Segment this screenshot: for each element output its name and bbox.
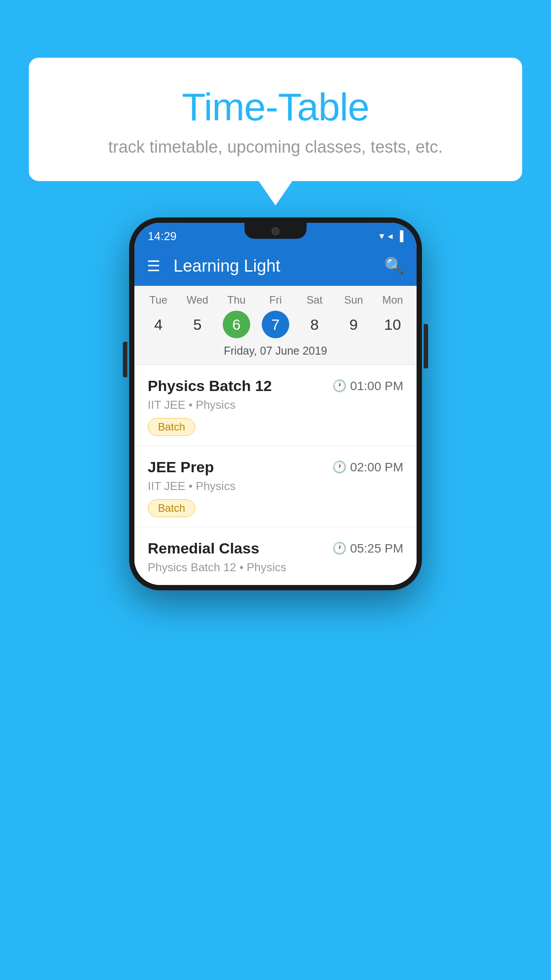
signal-icon: ◂ [388, 230, 393, 242]
app-bar: ☰ Learning Light 🔍 [134, 246, 417, 286]
app-title: Learning Light [173, 257, 384, 276]
status-icons: ▾ ◂ ▐ [379, 230, 403, 242]
clock-icon: 🕐 [332, 541, 346, 555]
day-name: Mon [382, 294, 403, 306]
day-name: Wed [187, 294, 209, 306]
day-number: 7 [262, 311, 289, 338]
camera [272, 227, 279, 235]
wifi-icon: ▾ [379, 230, 384, 242]
class-time: 🕐 02:00 PM [332, 460, 403, 474]
batch-badge: Batch [148, 418, 195, 436]
hamburger-icon[interactable]: ☰ [147, 258, 160, 273]
day-col-wed[interactable]: Wed5 [180, 294, 215, 338]
day-col-tue[interactable]: Tue4 [141, 294, 176, 338]
phone-notch [244, 223, 307, 239]
day-col-thu[interactable]: Thu6 [219, 294, 254, 338]
days-row: Tue4Wed5Thu6Fri7Sat8Sun9Mon10 [134, 294, 417, 338]
class-meta: IIT JEE • Physics [148, 479, 403, 493]
calendar-strip: Tue4Wed5Thu6Fri7Sat8Sun9Mon10 Friday, 07… [134, 286, 417, 365]
speech-bubble: Time-Table track timetable, upcoming cla… [29, 58, 522, 181]
speech-bubble-container: Time-Table track timetable, upcoming cla… [29, 58, 522, 181]
class-name: JEE Prep [148, 458, 214, 476]
day-name: Sat [307, 294, 323, 306]
battery-icon: ▐ [396, 230, 403, 242]
class-list: Physics Batch 12🕐 01:00 PMIIT JEE • Phys… [134, 365, 417, 585]
day-number: 9 [340, 311, 367, 338]
day-name: Sun [344, 294, 363, 306]
clock-icon: 🕐 [332, 379, 346, 393]
day-name: Thu [227, 294, 245, 306]
class-item[interactable]: JEE Prep🕐 02:00 PMIIT JEE • PhysicsBatch [134, 446, 417, 527]
class-item-header: JEE Prep🕐 02:00 PM [148, 458, 403, 476]
clock-icon: 🕐 [332, 460, 346, 474]
class-name: Physics Batch 12 [148, 377, 272, 395]
batch-badge: Batch [148, 499, 195, 517]
bubble-title: Time-Table [51, 84, 500, 130]
day-number: 8 [301, 311, 328, 338]
day-name: Tue [150, 294, 167, 306]
day-name: Fri [269, 294, 282, 306]
day-col-sun[interactable]: Sun9 [336, 294, 371, 338]
class-time: 🕐 05:25 PM [332, 541, 403, 556]
day-number: 6 [223, 311, 250, 338]
class-item-header: Remedial Class🕐 05:25 PM [148, 540, 403, 557]
day-number: 10 [379, 311, 406, 338]
class-item-header: Physics Batch 12🕐 01:00 PM [148, 377, 403, 395]
bubble-subtitle: track timetable, upcoming classes, tests… [51, 138, 500, 157]
class-meta: Physics Batch 12 • Physics [148, 561, 403, 574]
status-time: 14:29 [148, 229, 177, 243]
selected-date: Friday, 07 June 2019 [134, 338, 417, 365]
phone-frame: 14:29 ▾ ◂ ▐ ☰ Learning Light 🔍 Tue4Wed5T… [129, 217, 422, 590]
search-icon[interactable]: 🔍 [384, 257, 404, 275]
phone-screen: 14:29 ▾ ◂ ▐ ☰ Learning Light 🔍 Tue4Wed5T… [134, 223, 417, 585]
class-item[interactable]: Remedial Class🕐 05:25 PMPhysics Batch 12… [134, 527, 417, 585]
class-name: Remedial Class [148, 540, 259, 557]
class-time: 🕐 01:00 PM [332, 379, 403, 393]
class-meta: IIT JEE • Physics [148, 398, 403, 412]
class-item[interactable]: Physics Batch 12🕐 01:00 PMIIT JEE • Phys… [134, 365, 417, 446]
phone-mockup: 14:29 ▾ ◂ ▐ ☰ Learning Light 🔍 Tue4Wed5T… [129, 217, 422, 590]
day-number: 5 [184, 311, 211, 338]
day-number: 4 [145, 311, 172, 338]
day-col-sat[interactable]: Sat8 [297, 294, 332, 338]
day-col-fri[interactable]: Fri7 [258, 294, 293, 338]
day-col-mon[interactable]: Mon10 [375, 294, 410, 338]
